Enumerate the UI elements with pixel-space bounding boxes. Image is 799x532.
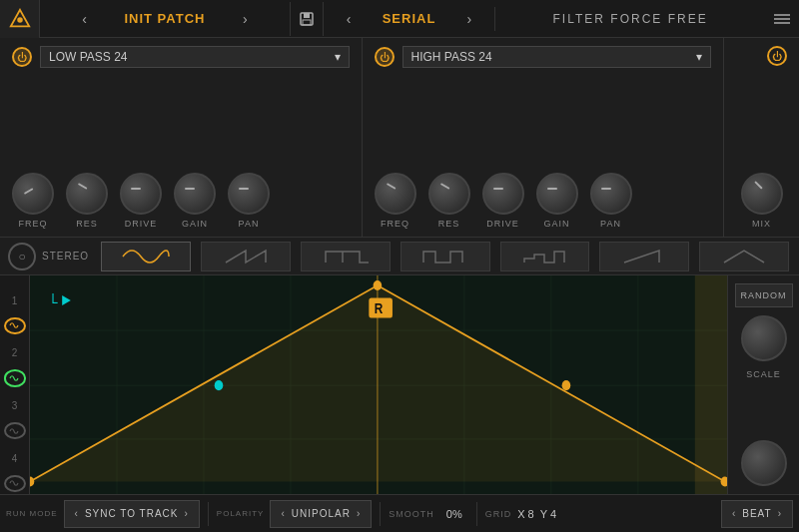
grid-y-value: Y 4	[540, 508, 556, 520]
beat-button[interactable]: ‹ BEAT ›	[721, 500, 793, 528]
sidebar-lfo-1[interactable]	[4, 317, 26, 334]
beat-knob[interactable]	[741, 440, 787, 486]
polarity-prev-icon: ‹	[281, 508, 285, 519]
filter2-drive-label: DRIVE	[486, 219, 519, 229]
lfo-icon[interactable]: ○	[8, 243, 36, 270]
filter1-dropdown-icon: ▾	[335, 50, 341, 64]
sync-to-track-label: SYNC TO TRACK	[85, 508, 179, 519]
filter1-freq-knob[interactable]	[12, 173, 54, 215]
filter1-gain-knob[interactable]	[174, 173, 216, 215]
filter1-pan-knob[interactable]	[228, 173, 270, 215]
filter2-power-button[interactable]: ⏻	[375, 47, 395, 67]
save-button[interactable]	[290, 2, 324, 36]
wave-sine-button[interactable]	[101, 242, 191, 271]
wave-triangle-button[interactable]	[699, 242, 789, 271]
smooth-value: 0%	[440, 508, 468, 520]
filter2-drive-group: DRIVE	[482, 173, 524, 229]
filter2-pan-knob[interactable]	[590, 173, 632, 215]
filter1-pan-group: PAN	[228, 173, 270, 229]
beat-label: BEAT	[742, 508, 771, 519]
filter1-panel: ⏻ LOW PASS 24 ▾ FREQ RES DRIVE GAIN	[0, 38, 363, 237]
svg-rect-30	[695, 275, 727, 494]
filter2-mix-label: MIX	[752, 219, 771, 229]
filter2-res-label: RES	[438, 219, 460, 229]
left-sidebar: 1 2 3 4	[0, 275, 30, 494]
filter1-drive-knob[interactable]	[120, 173, 162, 215]
sidebar-number-4: 4	[0, 443, 29, 472]
polarity-button[interactable]: ‹ UNIPOLAR ›	[270, 500, 372, 528]
filter1-header: ⏻ LOW PASS 24 ▾	[12, 46, 350, 68]
filter2-knobs: FREQ RES DRIVE GAIN PAN	[375, 78, 712, 229]
filter2-res-knob[interactable]	[428, 173, 470, 215]
filters-row: ⏻ LOW PASS 24 ▾ FREQ RES DRIVE GAIN	[0, 38, 799, 238]
patch-navigation: ‹ INIT PATCH ›	[40, 7, 290, 31]
polarity-section: POLARITY	[217, 509, 265, 518]
filter2-type-label: HIGH PASS 24	[411, 50, 492, 64]
divider-2	[380, 502, 381, 526]
wave-step-button[interactable]	[500, 242, 590, 271]
wave-square-button[interactable]	[301, 242, 391, 271]
filter2-mix-group: MIX	[741, 173, 783, 229]
beat-prev-icon: ‹	[732, 508, 736, 519]
sidebar-lfo-3[interactable]	[4, 422, 26, 439]
svg-text:R: R	[375, 300, 384, 316]
serial-prev-button[interactable]: ‹	[339, 7, 360, 31]
filter2-gain-knob[interactable]	[536, 173, 578, 215]
serial-next-button[interactable]: ›	[459, 7, 480, 31]
wave-pulse-button[interactable]	[400, 242, 490, 271]
filter2-freq-knob[interactable]	[375, 173, 416, 215]
filter1-res-label: RES	[76, 219, 98, 229]
grid-x-value: X 8	[517, 508, 534, 520]
scale-label: SCALE	[746, 369, 781, 379]
filter1-power-button[interactable]: ⏻	[12, 47, 32, 67]
top-bar: ‹ INIT PATCH › ‹ SERIAL › FILTER FORCE F…	[0, 0, 799, 38]
sync-to-track-button[interactable]: ‹ SYNC TO TRACK ›	[64, 500, 200, 528]
logo-button[interactable]	[0, 0, 40, 38]
sidebar-lfo-4[interactable]	[4, 475, 26, 492]
lfo-row: ○ STEREO	[0, 238, 799, 275]
svg-point-23	[374, 280, 383, 290]
run-mode-section: RUN MODE	[6, 509, 58, 518]
filter2-type-select[interactable]: HIGH PASS 24 ▾	[402, 46, 712, 68]
filter-mix-panel: ⏻ MIX	[724, 38, 799, 237]
wave-saw-button[interactable]	[201, 242, 291, 271]
scale-knob[interactable]	[741, 315, 787, 361]
divider-1	[208, 502, 209, 526]
polarity-value: UNIPOLAR	[292, 508, 351, 519]
sync-prev-icon: ‹	[75, 508, 79, 519]
polarity-next-icon: ›	[357, 508, 361, 519]
filter2-mix-knob[interactable]	[741, 173, 783, 215]
filter1-gain-group: GAIN	[174, 173, 216, 229]
filter1-type-label: LOW PASS 24	[49, 50, 127, 64]
svg-point-1	[17, 17, 23, 23]
divider-3	[476, 502, 477, 526]
filter-mix-power-button[interactable]: ⏻	[767, 46, 787, 66]
filter-force-label: FILTER FORCE FREE	[495, 12, 765, 26]
main-content: 1 2 3 4	[0, 275, 799, 494]
filter2-drive-knob[interactable]	[482, 173, 524, 215]
lfo-canvas[interactable]: L R	[30, 275, 727, 494]
serial-navigation: ‹ SERIAL ›	[324, 7, 495, 31]
patch-prev-button[interactable]: ‹	[74, 7, 95, 31]
sidebar-number-1: 1	[0, 285, 29, 314]
menu-button[interactable]	[765, 2, 799, 36]
run-mode-label: RUN MODE	[6, 509, 58, 518]
filter1-knobs: FREQ RES DRIVE GAIN PAN	[12, 78, 350, 229]
filter2-freq-group: FREQ	[375, 173, 416, 229]
patch-next-button[interactable]: ›	[235, 7, 256, 31]
random-button[interactable]: RANDOM	[735, 283, 793, 307]
svg-text:L: L	[51, 290, 58, 306]
sidebar-lfo-2[interactable]	[4, 369, 26, 386]
svg-rect-3	[304, 13, 310, 18]
beat-next-icon: ›	[778, 508, 782, 519]
filter2-panel: ⏻ HIGH PASS 24 ▾ FREQ RES DRIVE GAIN	[363, 38, 725, 237]
filter2-gain-label: GAIN	[543, 219, 569, 229]
filter1-res-group: RES	[66, 173, 108, 229]
filter1-pan-label: PAN	[239, 219, 260, 229]
polarity-label: POLARITY	[217, 509, 265, 518]
stereo-label: STEREO	[42, 251, 89, 262]
wave-ramp-button[interactable]	[599, 242, 689, 271]
filter2-pan-group: PAN	[590, 173, 632, 229]
filter1-res-knob[interactable]	[66, 173, 108, 215]
filter1-type-select[interactable]: LOW PASS 24 ▾	[40, 46, 350, 68]
